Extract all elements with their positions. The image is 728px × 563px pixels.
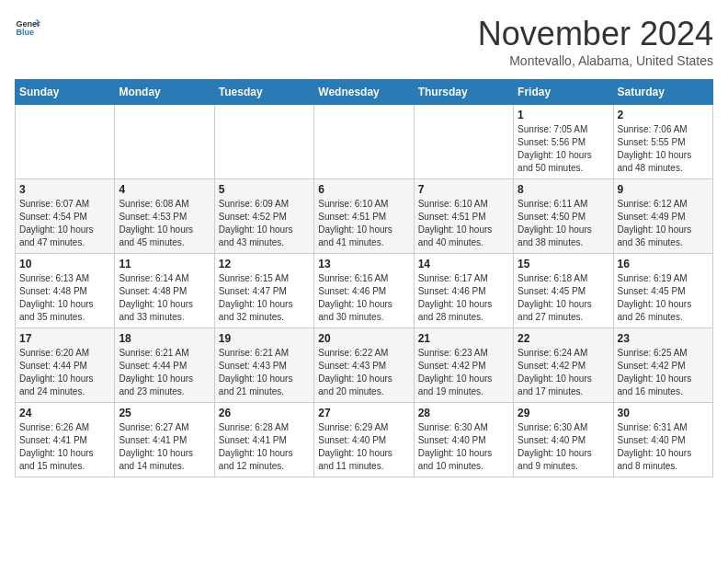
- day-number: 9: [618, 183, 709, 196]
- calendar-cell: 16Sunrise: 6:19 AMSunset: 4:45 PMDayligh…: [613, 254, 712, 328]
- day-number: 8: [518, 183, 609, 196]
- calendar-cell: 19Sunrise: 6:21 AMSunset: 4:43 PMDayligh…: [214, 328, 313, 403]
- calendar-cell: 17Sunrise: 6:20 AMSunset: 4:44 PMDayligh…: [16, 328, 115, 403]
- day-number: 15: [518, 258, 609, 270]
- day-info: Sunrise: 6:09 AMSunset: 4:52 PMDaylight:…: [219, 198, 310, 249]
- title-area: November 2024 Montevallo, Alabama, Unite…: [478, 15, 713, 68]
- weekday-header-wednesday: Wednesday: [314, 80, 414, 105]
- day-info: Sunrise: 6:20 AMSunset: 4:44 PMDaylight:…: [19, 347, 110, 398]
- day-info: Sunrise: 6:15 AMSunset: 4:47 PMDaylight:…: [219, 272, 310, 324]
- day-info: Sunrise: 6:13 AMSunset: 4:48 PMDaylight:…: [19, 272, 110, 324]
- calendar-cell: 20Sunrise: 6:22 AMSunset: 4:43 PMDayligh…: [314, 328, 414, 403]
- calendar-header: SundayMondayTuesdayWednesdayThursdayFrid…: [16, 80, 713, 105]
- day-number: 29: [518, 407, 609, 419]
- calendar-cell: [314, 105, 414, 179]
- day-info: Sunrise: 6:10 AMSunset: 4:51 PMDaylight:…: [418, 198, 509, 249]
- day-info: Sunrise: 6:30 AMSunset: 4:40 PMDaylight:…: [518, 421, 609, 473]
- calendar-cell: 6Sunrise: 6:10 AMSunset: 4:51 PMDaylight…: [314, 179, 414, 254]
- calendar-cell: 1Sunrise: 7:05 AMSunset: 5:56 PMDaylight…: [514, 105, 613, 179]
- day-info: Sunrise: 6:23 AMSunset: 4:42 PMDaylight:…: [418, 347, 509, 398]
- day-info: Sunrise: 6:29 AMSunset: 4:40 PMDaylight:…: [318, 421, 409, 473]
- calendar-cell: 3Sunrise: 6:07 AMSunset: 4:54 PMDaylight…: [16, 179, 115, 254]
- day-info: Sunrise: 6:31 AMSunset: 4:40 PMDaylight:…: [618, 421, 709, 473]
- weekday-header-sunday: Sunday: [16, 80, 115, 105]
- calendar-week-row: 1Sunrise: 7:05 AMSunset: 5:56 PMDaylight…: [16, 105, 713, 179]
- day-number: 3: [19, 183, 110, 196]
- calendar-cell: 27Sunrise: 6:29 AMSunset: 4:40 PMDayligh…: [314, 403, 414, 477]
- day-number: 13: [318, 258, 409, 270]
- svg-text:Blue: Blue: [16, 28, 34, 37]
- day-number: 24: [19, 407, 110, 419]
- calendar-cell: 29Sunrise: 6:30 AMSunset: 4:40 PMDayligh…: [514, 403, 613, 477]
- calendar-table: SundayMondayTuesdayWednesdayThursdayFrid…: [15, 79, 713, 477]
- day-number: 12: [219, 258, 310, 270]
- day-info: Sunrise: 6:21 AMSunset: 4:43 PMDaylight:…: [219, 347, 310, 398]
- day-info: Sunrise: 6:08 AMSunset: 4:53 PMDaylight:…: [119, 198, 210, 249]
- calendar-cell: 30Sunrise: 6:31 AMSunset: 4:40 PMDayligh…: [613, 403, 712, 477]
- day-info: Sunrise: 6:22 AMSunset: 4:43 PMDaylight:…: [318, 347, 409, 398]
- day-number: 30: [618, 407, 709, 419]
- day-number: 2: [618, 109, 709, 121]
- calendar-cell: 10Sunrise: 6:13 AMSunset: 4:48 PMDayligh…: [16, 254, 115, 328]
- calendar-cell: 25Sunrise: 6:27 AMSunset: 4:41 PMDayligh…: [115, 403, 214, 477]
- day-number: 18: [119, 332, 210, 345]
- calendar-cell: 9Sunrise: 6:12 AMSunset: 4:49 PMDaylight…: [613, 179, 712, 254]
- calendar-body: 1Sunrise: 7:05 AMSunset: 5:56 PMDaylight…: [16, 105, 713, 477]
- month-title: November 2024: [478, 15, 713, 53]
- calendar-cell: 28Sunrise: 6:30 AMSunset: 4:40 PMDayligh…: [414, 403, 513, 477]
- day-number: 16: [618, 258, 709, 270]
- day-number: 23: [618, 332, 709, 345]
- day-number: 17: [19, 332, 110, 345]
- day-number: 26: [219, 407, 310, 419]
- day-number: 1: [518, 109, 609, 121]
- calendar-cell: 18Sunrise: 6:21 AMSunset: 4:44 PMDayligh…: [115, 328, 214, 403]
- weekday-header-friday: Friday: [514, 80, 613, 105]
- day-number: 10: [19, 258, 110, 270]
- day-number: 19: [219, 332, 310, 345]
- calendar-week-row: 24Sunrise: 6:26 AMSunset: 4:41 PMDayligh…: [16, 403, 713, 477]
- calendar-cell: 5Sunrise: 6:09 AMSunset: 4:52 PMDaylight…: [214, 179, 313, 254]
- day-number: 27: [318, 407, 409, 419]
- day-number: 6: [318, 183, 409, 196]
- day-info: Sunrise: 6:27 AMSunset: 4:41 PMDaylight:…: [119, 421, 210, 473]
- day-info: Sunrise: 6:17 AMSunset: 4:46 PMDaylight:…: [418, 272, 509, 324]
- day-number: 5: [219, 183, 310, 196]
- day-number: 11: [119, 258, 210, 270]
- day-info: Sunrise: 6:10 AMSunset: 4:51 PMDaylight:…: [318, 198, 409, 249]
- calendar-cell: [414, 105, 513, 179]
- weekday-header-monday: Monday: [115, 80, 214, 105]
- calendar-cell: 8Sunrise: 6:11 AMSunset: 4:50 PMDaylight…: [514, 179, 613, 254]
- day-number: 4: [119, 183, 210, 196]
- calendar-cell: 14Sunrise: 6:17 AMSunset: 4:46 PMDayligh…: [414, 254, 513, 328]
- calendar-week-row: 17Sunrise: 6:20 AMSunset: 4:44 PMDayligh…: [16, 328, 713, 403]
- day-number: 14: [418, 258, 509, 270]
- day-info: Sunrise: 6:14 AMSunset: 4:48 PMDaylight:…: [119, 272, 210, 324]
- weekday-header-thursday: Thursday: [414, 80, 513, 105]
- day-info: Sunrise: 7:05 AMSunset: 5:56 PMDaylight:…: [518, 123, 609, 175]
- day-info: Sunrise: 6:18 AMSunset: 4:45 PMDaylight:…: [518, 272, 609, 324]
- day-info: Sunrise: 6:07 AMSunset: 4:54 PMDaylight:…: [19, 198, 110, 249]
- location-subtitle: Montevallo, Alabama, United States: [478, 53, 713, 68]
- calendar-cell: 23Sunrise: 6:25 AMSunset: 4:42 PMDayligh…: [613, 328, 712, 403]
- calendar-cell: 12Sunrise: 6:15 AMSunset: 4:47 PMDayligh…: [214, 254, 313, 328]
- calendar-cell: 4Sunrise: 6:08 AMSunset: 4:53 PMDaylight…: [115, 179, 214, 254]
- day-info: Sunrise: 6:30 AMSunset: 4:40 PMDaylight:…: [418, 421, 509, 473]
- day-info: Sunrise: 6:25 AMSunset: 4:42 PMDaylight:…: [618, 347, 709, 398]
- day-info: Sunrise: 6:21 AMSunset: 4:44 PMDaylight:…: [119, 347, 210, 398]
- weekday-header-tuesday: Tuesday: [214, 80, 313, 105]
- day-number: 28: [418, 407, 509, 419]
- day-number: 20: [318, 332, 409, 345]
- weekday-header-row: SundayMondayTuesdayWednesdayThursdayFrid…: [16, 80, 713, 105]
- logo: General Blue: [15, 15, 40, 40]
- calendar-cell: 26Sunrise: 6:28 AMSunset: 4:41 PMDayligh…: [214, 403, 313, 477]
- day-info: Sunrise: 6:11 AMSunset: 4:50 PMDaylight:…: [518, 198, 609, 249]
- day-info: Sunrise: 6:28 AMSunset: 4:41 PMDaylight:…: [219, 421, 310, 473]
- day-info: Sunrise: 6:24 AMSunset: 4:42 PMDaylight:…: [518, 347, 609, 398]
- calendar-cell: [115, 105, 214, 179]
- calendar-cell: 21Sunrise: 6:23 AMSunset: 4:42 PMDayligh…: [414, 328, 513, 403]
- calendar-cell: [214, 105, 313, 179]
- calendar-cell: 11Sunrise: 6:14 AMSunset: 4:48 PMDayligh…: [115, 254, 214, 328]
- day-info: Sunrise: 6:16 AMSunset: 4:46 PMDaylight:…: [318, 272, 409, 324]
- day-info: Sunrise: 6:26 AMSunset: 4:41 PMDaylight:…: [19, 421, 110, 473]
- calendar-cell: 22Sunrise: 6:24 AMSunset: 4:42 PMDayligh…: [514, 328, 613, 403]
